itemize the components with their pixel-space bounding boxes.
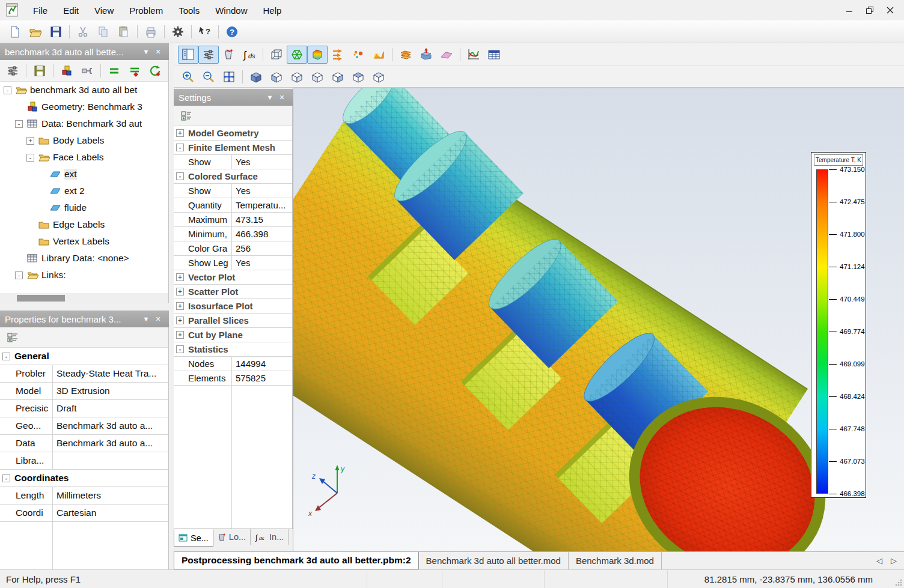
table-button[interactable] bbox=[484, 46, 504, 64]
finite-element-mesh-button[interactable] bbox=[287, 46, 307, 64]
tree-item[interactable]: Vertex Labels bbox=[0, 233, 168, 250]
tree-item[interactable]: ext 2 bbox=[0, 183, 168, 199]
tree-item[interactable]: Edge Labels bbox=[0, 216, 168, 233]
tree-item[interactable]: -benchmark 3d auto all bet bbox=[0, 82, 168, 99]
tree-item[interactable]: fluide bbox=[0, 199, 168, 216]
property-row[interactable]: Minimum,466.398 bbox=[174, 227, 292, 241]
cubes-button[interactable] bbox=[56, 62, 77, 80]
tree-expander-minus[interactable]: - bbox=[4, 86, 11, 94]
property-row[interactable]: Libra... bbox=[0, 452, 168, 470]
settings-panel-close-icon[interactable]: × bbox=[276, 92, 288, 102]
tree-item[interactable]: -Face Labels bbox=[0, 149, 168, 166]
group-row-coordinates[interactable]: -Coordinates bbox=[0, 470, 168, 487]
tree-item[interactable]: -Data: Benchmark 3d aut bbox=[0, 115, 168, 132]
group-row-model-geometry[interactable]: +Model Geometry bbox=[174, 126, 292, 141]
group-expander-plus[interactable]: + bbox=[176, 288, 184, 296]
local-values-button[interactable] bbox=[219, 46, 239, 64]
paste-button[interactable] bbox=[114, 23, 134, 41]
restore-button[interactable] bbox=[860, 2, 880, 18]
group-expander-minus[interactable]: - bbox=[2, 353, 10, 360]
property-row[interactable]: Show LegYes bbox=[174, 256, 292, 270]
property-row[interactable]: Nodes144994 bbox=[174, 357, 292, 371]
context-help-button[interactable]: ? bbox=[195, 23, 215, 41]
plot-settings-button[interactable] bbox=[198, 46, 219, 64]
zoom-out-button[interactable] bbox=[198, 68, 219, 86]
group-expander-minus[interactable]: - bbox=[176, 345, 184, 353]
properties-panel-close-icon[interactable]: × bbox=[152, 314, 164, 324]
cut-by-plane-button[interactable] bbox=[416, 46, 436, 64]
scrollbar-thumb[interactable] bbox=[17, 295, 65, 302]
property-row[interactable]: DataBenchmark 3d auto a... bbox=[0, 435, 168, 452]
vector-plot-button[interactable] bbox=[328, 46, 348, 64]
view-front-button[interactable] bbox=[266, 68, 287, 86]
menu-item-window[interactable]: Window bbox=[207, 0, 255, 20]
isosurface-plot-button[interactable] bbox=[368, 46, 389, 64]
group-row-colored-surface[interactable]: -Colored Surface bbox=[174, 169, 292, 184]
view-bottom-button[interactable] bbox=[368, 68, 389, 86]
document-tab[interactable]: Postprocessing benchmark 3d auto all bet… bbox=[174, 552, 419, 569]
xy-plot-button[interactable] bbox=[463, 46, 484, 64]
zoom-extents-button[interactable] bbox=[219, 68, 239, 86]
plane-button[interactable] bbox=[436, 46, 457, 64]
settings-tab-se[interactable]: Se... bbox=[174, 529, 213, 547]
group-row-cut-by-plane[interactable]: +Cut by Plane bbox=[174, 328, 292, 342]
group-row-general[interactable]: -General bbox=[0, 348, 168, 365]
new-doc-button[interactable] bbox=[5, 23, 25, 41]
view-right-button[interactable] bbox=[328, 68, 348, 86]
property-row[interactable]: PrecisicDraft bbox=[0, 400, 168, 417]
copy-button[interactable] bbox=[93, 23, 114, 41]
eq-red-button[interactable] bbox=[124, 62, 145, 80]
close-button[interactable] bbox=[880, 2, 900, 18]
cut-button[interactable] bbox=[73, 23, 93, 41]
tree-item[interactable]: +Body Labels bbox=[0, 132, 168, 149]
problem-panel-header[interactable]: benchmark 3d auto all bette... ▼ × bbox=[0, 43, 169, 60]
tree-item[interactable]: Geometry: Benchmark 3 bbox=[0, 99, 168, 115]
property-row[interactable]: CoordiCartesian bbox=[0, 505, 168, 522]
tab-scroll-right-icon[interactable]: ▷ bbox=[891, 556, 897, 565]
settings-panel-dropdown-icon[interactable]: ▼ bbox=[264, 94, 276, 101]
resize-grip[interactable] bbox=[894, 578, 903, 587]
view-iso-button[interactable] bbox=[246, 68, 266, 86]
group-expander-minus[interactable]: - bbox=[2, 474, 10, 482]
property-row[interactable]: Elements575825 bbox=[174, 371, 292, 386]
property-row[interactable]: Color Gra256 bbox=[174, 241, 292, 256]
property-row[interactable]: Model3D Extrusion bbox=[0, 383, 168, 400]
menu-item-view[interactable]: View bbox=[87, 0, 121, 20]
property-row[interactable]: Maximum473.15 bbox=[174, 213, 292, 227]
group-row-parallel-slices[interactable]: +Parallel Slices bbox=[174, 314, 292, 328]
category-view-button[interactable] bbox=[176, 107, 197, 125]
document-tab[interactable]: Benchmark 3d.mod bbox=[569, 552, 662, 569]
tree-expander-minus[interactable]: - bbox=[15, 271, 23, 279]
problem-panel-close-icon[interactable]: × bbox=[152, 47, 164, 56]
tree-expander-minus[interactable]: - bbox=[26, 154, 34, 162]
tab-scroll-left-icon[interactable]: ◁ bbox=[876, 556, 882, 565]
minimize-button[interactable] bbox=[839, 2, 860, 18]
tree-expander-plus[interactable]: + bbox=[26, 137, 34, 145]
menu-item-help[interactable]: Help bbox=[255, 0, 290, 20]
document-tab[interactable]: Benchmark 3d auto all better.mod bbox=[419, 552, 569, 569]
print-button[interactable] bbox=[141, 23, 161, 41]
tree-item[interactable]: ext bbox=[0, 166, 168, 183]
tree-expander-minus[interactable]: - bbox=[15, 120, 23, 128]
group-row-finite-element-mesh[interactable]: -Finite Element Mesh bbox=[174, 141, 292, 155]
eq-green-button[interactable] bbox=[104, 62, 124, 80]
problem-panel-dropdown-icon[interactable]: ▼ bbox=[140, 48, 152, 55]
property-row[interactable]: ShowYes bbox=[174, 155, 292, 169]
open-button[interactable] bbox=[25, 23, 46, 41]
property-row[interactable]: QuantityTemperatu... bbox=[174, 198, 292, 213]
menu-item-problem[interactable]: Problem bbox=[121, 0, 171, 20]
settings-tab-lo[interactable]: Lo... bbox=[213, 529, 251, 545]
settings-tab-in[interactable]: ∫dsIn... bbox=[251, 529, 289, 545]
group-row-isosurface-plot[interactable]: +Isosurface Plot bbox=[174, 299, 292, 314]
group-expander-plus[interactable]: + bbox=[176, 302, 184, 310]
gear-button[interactable] bbox=[168, 23, 188, 41]
view-back-button[interactable] bbox=[287, 68, 307, 86]
transfer-button[interactable] bbox=[77, 62, 97, 80]
property-row[interactable]: ShowYes bbox=[174, 184, 292, 198]
group-expander-minus[interactable]: - bbox=[176, 172, 184, 180]
scatter-plot-button[interactable] bbox=[348, 46, 368, 64]
properties-panel-dropdown-icon[interactable]: ▼ bbox=[140, 315, 152, 323]
sliders-button[interactable] bbox=[2, 62, 23, 80]
viewport-3d[interactable]: y z x Temperature T, K 473.150472.475471… bbox=[293, 88, 904, 551]
help-button[interactable]: ? bbox=[222, 23, 242, 41]
